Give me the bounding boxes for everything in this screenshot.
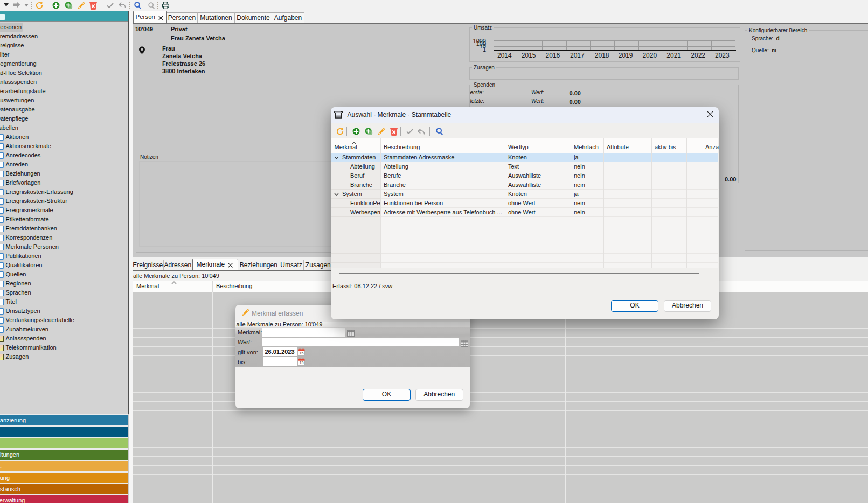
- svg-text:15: 15: [299, 361, 303, 365]
- svg-text:15: 15: [299, 351, 303, 355]
